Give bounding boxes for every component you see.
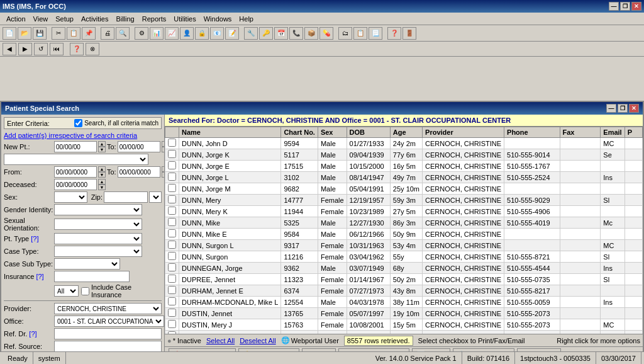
zip-select[interactable]: ▼ xyxy=(149,191,162,203)
toolbar2-help2[interactable]: ❓ xyxy=(70,43,84,55)
row-checkbox[interactable] xyxy=(168,195,176,203)
toolbar-btn17[interactable]: 💊 xyxy=(319,27,333,40)
row-check-cell[interactable] xyxy=(165,297,179,308)
row-check-cell[interactable] xyxy=(165,274,179,285)
sexual-select[interactable] xyxy=(54,219,142,230)
row-checkbox[interactable] xyxy=(168,286,176,294)
row-check-cell[interactable] xyxy=(165,138,179,149)
toolbar-copy[interactable]: 📋 xyxy=(67,27,80,40)
row-checkbox[interactable] xyxy=(168,263,176,271)
col-header-provider[interactable]: Provider xyxy=(423,127,504,138)
row-check-cell[interactable] xyxy=(165,183,179,195)
gender-select[interactable] xyxy=(54,204,142,215)
table-row[interactable]: DUPREE, Jennet 11323 Female 01/14/1967 5… xyxy=(165,274,643,285)
ins-all-select[interactable]: All xyxy=(54,285,79,297)
deselect-all-link[interactable]: Deselect All xyxy=(240,337,275,344)
menu-view[interactable]: View xyxy=(30,14,52,24)
row-checkbox[interactable] xyxy=(168,297,176,305)
col-header-name[interactable]: Name xyxy=(179,127,281,138)
menu-utilities[interactable]: Utilities xyxy=(170,14,199,24)
toolbar-btn10[interactable]: 📧 xyxy=(210,27,224,40)
from-date-input[interactable] xyxy=(54,166,97,178)
insurance-input[interactable] xyxy=(54,271,130,282)
row-checkbox[interactable] xyxy=(168,229,176,237)
toolbar-btn12[interactable]: 🔧 xyxy=(244,27,258,40)
toolbar-btn19[interactable]: 📋 xyxy=(353,27,367,40)
table-row[interactable]: DUNN, Jorge K 5117 Male 09/04/1939 77y 6… xyxy=(165,149,643,161)
col-header-email[interactable]: Email xyxy=(601,127,625,138)
new-pt-select[interactable] xyxy=(4,154,148,165)
toolbar-btn8[interactable]: 👤 xyxy=(180,27,194,40)
case-sub-select[interactable] xyxy=(54,258,120,270)
toolbar2-forward[interactable]: ▶ xyxy=(18,43,32,55)
toolbar2-back[interactable]: ◀ xyxy=(3,43,16,55)
col-header-fax[interactable]: Fax xyxy=(560,127,601,138)
case-type-select[interactable] xyxy=(54,246,142,257)
table-row[interactable]: DUNN, John D 9594 Male 01/27/1933 24y 2m… xyxy=(165,138,643,149)
table-row[interactable]: DUNN, Jorge M 9682 Male 05/04/1991 25y 1… xyxy=(165,183,643,195)
table-row[interactable]: DUNN, Surgon 11216 Female 03/04/1962 55y… xyxy=(165,251,643,263)
table-row[interactable]: DUNN, Mery K 11944 Female 10/23/1989 27y… xyxy=(165,206,643,217)
table-row[interactable]: DURHAM-MCDONALD, Mike L 12554 Male 04/03… xyxy=(165,297,643,308)
toolbar-paste[interactable]: 📌 xyxy=(82,27,96,40)
toolbar-print[interactable]: 🖨 xyxy=(101,27,114,40)
new-pt-from-up[interactable]: ▲ xyxy=(98,141,106,147)
select-all-link[interactable]: Select All xyxy=(206,337,235,344)
sex-select[interactable] xyxy=(54,191,87,203)
toolbar-btn11[interactable]: 📝 xyxy=(225,27,239,40)
row-checkbox[interactable] xyxy=(168,309,176,317)
menu-setup[interactable]: Setup xyxy=(52,14,77,24)
row-checkbox[interactable] xyxy=(168,218,176,226)
toolbar2-refresh[interactable]: ↺ xyxy=(34,43,48,55)
row-checkbox[interactable] xyxy=(168,252,176,260)
toolbar-btn18[interactable]: 🗂 xyxy=(338,27,352,40)
new-pt-from-input[interactable] xyxy=(54,141,97,152)
from-to-date-input[interactable] xyxy=(118,166,160,178)
toolbar-btn15[interactable]: 📞 xyxy=(289,27,303,40)
toolbar2-home[interactable]: ⏮ xyxy=(50,43,64,55)
menu-windows[interactable]: Windows xyxy=(200,14,236,24)
row-checkbox[interactable] xyxy=(168,275,176,283)
row-checkbox[interactable] xyxy=(168,207,176,215)
toolbar-save[interactable]: 💾 xyxy=(33,27,47,40)
dialog-restore[interactable]: ❐ xyxy=(618,104,628,113)
include-case-check[interactable] xyxy=(81,287,89,295)
from-date-down[interactable]: ▼ xyxy=(98,172,106,178)
from-date-up[interactable]: ▲ xyxy=(98,166,106,172)
table-row[interactable]: DUNN, Jorge L 3102 Male 08/14/1947 49y 7… xyxy=(165,172,643,183)
menu-action[interactable]: Action xyxy=(3,14,30,24)
ref-source-input[interactable] xyxy=(54,341,162,352)
insurance-help[interactable]: [?] xyxy=(36,273,43,280)
results-table-wrapper[interactable]: Name Chart No. Sex DOB Age Provider Phon… xyxy=(165,127,643,334)
row-check-cell[interactable] xyxy=(165,206,179,217)
table-row[interactable]: DURHAM, Jennet E 6374 Female 07/27/1973 … xyxy=(165,285,643,297)
dialog-minimize[interactable]: — xyxy=(606,104,616,113)
row-checkbox[interactable] xyxy=(168,139,176,147)
new-pt-from-down[interactable]: ▼ xyxy=(98,147,106,152)
row-checkbox[interactable] xyxy=(168,184,176,192)
minimize-btn[interactable]: — xyxy=(609,2,619,11)
add-patients-link[interactable]: Add patient(s) irrespective of search cr… xyxy=(4,132,162,139)
toolbar-new[interactable]: 📄 xyxy=(3,27,16,40)
row-checkbox[interactable] xyxy=(168,241,176,249)
restore-btn[interactable]: ❐ xyxy=(620,2,630,11)
col-header-p[interactable]: P xyxy=(625,127,642,138)
pt-type-select[interactable] xyxy=(54,233,142,244)
toolbar-cut[interactable]: ✂ xyxy=(52,27,65,40)
table-row[interactable]: DUNN, Mike 5325 Male 12/27/1930 86y 3m C… xyxy=(165,217,643,229)
row-check-cell[interactable] xyxy=(165,263,179,274)
toolbar-btn9[interactable]: 🔒 xyxy=(195,27,209,40)
menu-help[interactable]: Help xyxy=(235,14,257,24)
table-row[interactable]: DUNNEGAN, Jorge 9362 Male 03/07/1949 68y… xyxy=(165,263,643,274)
table-row[interactable]: DUSTIN, Jennet 13765 Female 05/07/1997 1… xyxy=(165,308,643,319)
row-checkbox[interactable] xyxy=(168,150,176,158)
table-row[interactable]: DUNN, Surgon L 9317 Female 10/31/1963 53… xyxy=(165,240,643,251)
toolbar-help[interactable]: ❓ xyxy=(387,27,401,40)
row-check-cell[interactable] xyxy=(165,229,179,240)
col-header-phone[interactable]: Phone xyxy=(504,127,560,138)
row-check-cell[interactable] xyxy=(165,217,179,229)
deceased-down[interactable]: ▼ xyxy=(98,185,106,190)
row-check-cell[interactable] xyxy=(165,285,179,297)
toolbar-btn5[interactable]: ⚙ xyxy=(135,27,148,40)
search-match-check[interactable] xyxy=(74,119,82,127)
